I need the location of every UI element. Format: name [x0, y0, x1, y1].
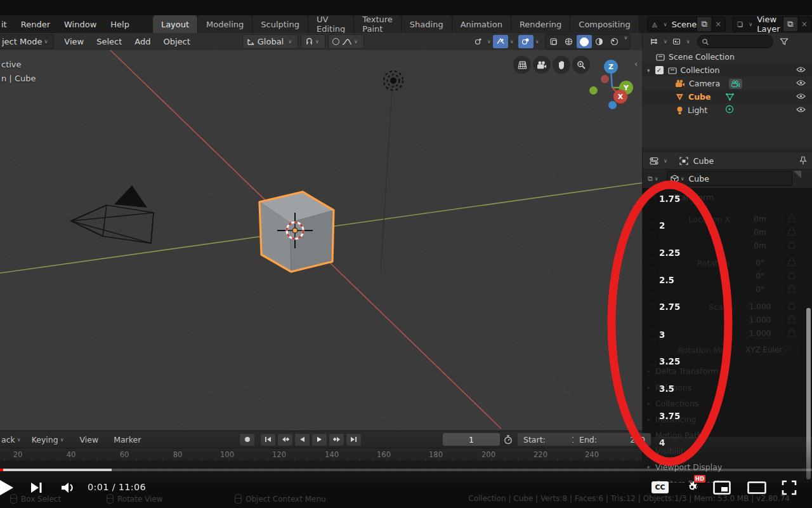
gizmo-x-axis[interactable]: X	[613, 90, 627, 104]
gizmo-x-neg[interactable]	[601, 75, 609, 83]
captions-button[interactable]: CC	[652, 481, 669, 493]
properties-scrollbar[interactable]	[806, 308, 811, 479]
play-icon[interactable]	[0, 479, 14, 496]
menu-item-1-75[interactable]: 1.75	[659, 194, 680, 204]
menu-object[interactable]: Object	[157, 37, 196, 46]
playback-menu[interactable]: ack	[1, 435, 15, 444]
outliner-row-camera[interactable]: Camera	[642, 77, 812, 90]
tab-animation[interactable]: Animation	[452, 15, 511, 33]
tab-layout[interactable]: Layout	[153, 15, 198, 33]
outliner-filter-icon[interactable]	[669, 35, 684, 48]
menu-edit-clipped[interactable]: it	[0, 15, 14, 33]
eye-icon[interactable]	[796, 66, 806, 73]
viewport-3d[interactable]: ctive n | Cube Z Y X ‹	[0, 50, 642, 431]
tab-modeling[interactable]: Modeling	[198, 15, 252, 33]
view-layer-copy-button[interactable]: ⧉	[783, 17, 797, 31]
gizmo-z-neg[interactable]	[608, 101, 617, 109]
menu-add[interactable]: Add	[128, 37, 157, 46]
menu-item-2-5[interactable]: 2.5	[659, 275, 674, 285]
gizmo-z-axis[interactable]: Z	[604, 60, 618, 74]
miniplayer-icon[interactable]	[713, 481, 731, 495]
pan-view-button[interactable]	[553, 56, 570, 74]
view-layer-remove-button[interactable]: ×	[797, 20, 811, 29]
sidebar-collapse-arrow[interactable]: ‹	[634, 59, 638, 69]
expand-arrow-icon[interactable]: ▾	[647, 67, 650, 74]
mesh-data-icon[interactable]	[725, 93, 735, 101]
settings-button[interactable]: HD	[684, 479, 700, 497]
timeline-view-menu[interactable]: View	[80, 435, 99, 444]
prev-keyframe-button[interactable]	[277, 433, 293, 446]
fullscreen-icon[interactable]	[782, 480, 797, 495]
timeline-ruler[interactable]: 20 40 60 80 100 120 140 160 180 200 220 …	[0, 448, 642, 462]
menu-window[interactable]: Window	[57, 15, 103, 33]
current-frame-field[interactable]: 1	[443, 433, 500, 446]
play-reverse-button[interactable]	[294, 433, 310, 446]
overlays-toggle[interactable]	[493, 35, 508, 48]
camera-data-icon[interactable]	[729, 79, 742, 89]
gizmo-y-neg[interactable]	[589, 86, 598, 95]
jump-to-end-button[interactable]	[346, 433, 362, 446]
tab-uv-editing[interactable]: UV Editing	[308, 15, 354, 33]
shading-wireframe-button[interactable]	[546, 35, 561, 48]
menu-item-3-25[interactable]: 3.25	[659, 356, 680, 366]
tab-texture-paint[interactable]: Texture Paint	[354, 15, 402, 33]
shading-material-button[interactable]	[592, 35, 607, 48]
jump-to-start-button[interactable]	[260, 433, 276, 446]
menu-item-3[interactable]: 3	[659, 330, 665, 340]
gizmos-toggle[interactable]	[470, 35, 485, 48]
menu-item-4[interactable]: 4	[659, 438, 665, 448]
outliner-row-scene-collection[interactable]: Scene Collection	[642, 50, 812, 64]
menu-help[interactable]: Help	[103, 15, 136, 33]
filter-funnel-icon[interactable]	[780, 37, 789, 46]
end-frame-field[interactable]: End: 250	[573, 433, 651, 446]
tab-compositing[interactable]: Compositing	[570, 15, 639, 33]
eye-icon[interactable]	[796, 93, 806, 100]
tab-rendering[interactable]: Rendering	[511, 15, 570, 33]
menu-render[interactable]: Render	[14, 15, 57, 33]
tab-sculpting[interactable]: Sculpting	[252, 15, 308, 33]
proportional-edit-dropdown[interactable]: ∨	[328, 34, 364, 49]
view-layer-selector[interactable]: ❏ ∨ View Layer ⧉ ×	[732, 17, 812, 32]
menu-item-2[interactable]: 2	[659, 220, 665, 231]
outliner-search-input[interactable]	[697, 35, 773, 48]
record-button[interactable]	[239, 433, 255, 446]
xray-toggle[interactable]	[518, 35, 534, 48]
mode-dropdown[interactable]: ject Mode ∨	[0, 34, 54, 49]
snap-dropdown[interactable]: ∨	[301, 34, 325, 49]
tab-shading[interactable]: Shading	[402, 15, 452, 33]
eye-icon[interactable]	[796, 106, 806, 113]
toggle-camera-button[interactable]	[533, 56, 551, 74]
shading-solid-button[interactable]	[577, 35, 592, 48]
object-name-field[interactable]: ∨ Cube	[667, 171, 792, 186]
start-frame-field[interactable]: Start: 1	[518, 433, 582, 446]
light-data-icon[interactable]	[725, 105, 734, 116]
theater-mode-icon[interactable]	[747, 481, 766, 494]
next-video-icon[interactable]	[30, 481, 43, 494]
next-keyframe-button[interactable]	[329, 433, 344, 446]
camera-view-button[interactable]	[513, 56, 531, 74]
shading-rendered-button[interactable]	[607, 35, 622, 48]
player-progress-track[interactable]	[0, 469, 812, 471]
editor-type-icon[interactable]	[646, 154, 662, 168]
navigation-gizmo[interactable]: Z Y X	[587, 57, 641, 110]
stopwatch-icon[interactable]	[504, 435, 513, 444]
scene-unlink-button[interactable]: ×	[711, 20, 725, 29]
scene-copy-button[interactable]: ⧉	[697, 17, 711, 31]
marker-menu[interactable]: Marker	[114, 435, 141, 444]
eye-icon[interactable]	[796, 79, 806, 86]
menu-view[interactable]: View	[58, 37, 90, 46]
outliner-row-light[interactable]: Light	[642, 104, 812, 117]
keying-menu[interactable]: Keying	[32, 435, 58, 444]
menu-item-2-75[interactable]: 2.75	[659, 302, 680, 312]
outliner-row-cube[interactable]: Cube	[642, 90, 812, 104]
shading-globe-button[interactable]	[561, 35, 577, 48]
scene-selector[interactable]: ◬ ∨ Scene ⧉ ×	[647, 17, 726, 32]
play-button[interactable]	[311, 433, 327, 446]
pin-icon[interactable]	[799, 156, 807, 165]
collection-checkbox[interactable]: ✓	[655, 66, 664, 74]
menu-item-2-25[interactable]: 2.25	[659, 248, 680, 258]
outliner-row-collection[interactable]: ▾ ✓ Collection	[642, 64, 812, 77]
panel-viewport-display[interactable]: ▸Viewport Display::	[643, 458, 812, 474]
outliner-display-mode-icon[interactable]	[646, 35, 662, 48]
menu-select[interactable]: Select	[90, 37, 128, 46]
